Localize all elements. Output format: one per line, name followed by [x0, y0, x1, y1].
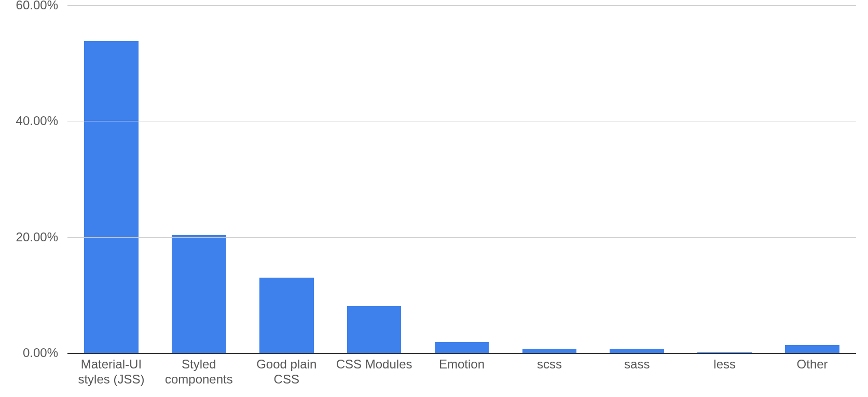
x-tick-label: Material-UI styles (JSS) [67, 357, 155, 387]
x-tick-label: Styled components [155, 357, 243, 387]
bar-slot [505, 5, 593, 353]
y-tick-label: 20.00% [16, 230, 67, 244]
x-tick-label: less [681, 357, 768, 387]
bar [697, 352, 752, 353]
bar-slot [418, 5, 506, 353]
gridline [67, 121, 856, 121]
y-tick-label: 40.00% [16, 114, 67, 128]
bar-slot [330, 5, 418, 353]
bar [435, 342, 489, 353]
bar [522, 349, 577, 353]
bar [610, 349, 664, 353]
y-tick-label: 60.00% [16, 0, 67, 12]
bar-slot [67, 5, 155, 353]
gridline [67, 237, 856, 238]
x-tick-label: sass [593, 357, 681, 387]
x-tick-label: Emotion [418, 357, 506, 387]
bars-layer [67, 5, 856, 353]
bar-slot [681, 5, 768, 353]
bar-chart: 0.00%20.00%40.00%60.00% Material-UI styl… [0, 0, 868, 397]
x-tick-label: CSS Modules [330, 357, 418, 387]
bar [347, 306, 402, 353]
bar-slot [155, 5, 243, 353]
bar-slot [243, 5, 330, 353]
bar-slot [768, 5, 856, 353]
bar [785, 345, 839, 353]
x-tick-label: scss [505, 357, 593, 387]
bar [259, 278, 314, 353]
bar-slot [593, 5, 681, 353]
x-tick-label: Good plain CSS [243, 357, 330, 387]
bar [84, 41, 139, 353]
x-tick-label: Other [768, 357, 856, 387]
gridline [67, 5, 856, 6]
plot-area: 0.00%20.00%40.00%60.00% [67, 5, 856, 354]
y-tick-label: 0.00% [23, 346, 67, 360]
bar [172, 235, 226, 353]
x-axis: Material-UI styles (JSS)Styled component… [67, 357, 856, 387]
